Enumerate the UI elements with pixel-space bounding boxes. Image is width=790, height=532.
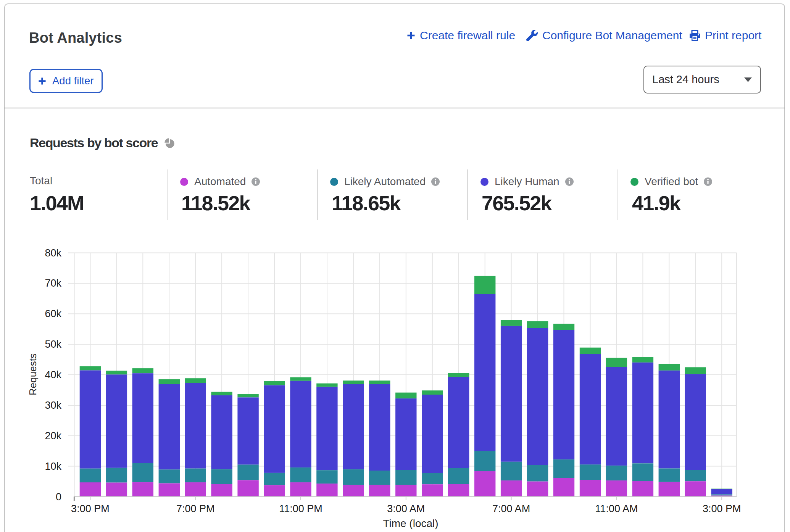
- svg-text:40k: 40k: [45, 369, 61, 380]
- svg-text:3:00 PM: 3:00 PM: [703, 503, 741, 514]
- svg-text:3:00 AM: 3:00 AM: [387, 503, 425, 514]
- svg-text:Requests: Requests: [27, 353, 39, 395]
- svg-text:20k: 20k: [45, 430, 61, 442]
- svg-text:30k: 30k: [45, 400, 61, 411]
- svg-text:7:00 AM: 7:00 AM: [492, 503, 530, 514]
- svg-text:11:00 AM: 11:00 AM: [595, 503, 638, 514]
- svg-text:11:00 PM: 11:00 PM: [279, 503, 322, 514]
- svg-text:3:00 PM: 3:00 PM: [71, 503, 110, 514]
- svg-text:70k: 70k: [45, 277, 61, 289]
- svg-text:7:00 PM: 7:00 PM: [176, 503, 215, 514]
- svg-text:80k: 80k: [45, 247, 61, 259]
- svg-text:Time (local): Time (local): [383, 517, 438, 529]
- svg-text:10k: 10k: [45, 461, 61, 472]
- svg-text:50k: 50k: [45, 339, 61, 350]
- svg-text:60k: 60k: [45, 308, 61, 319]
- svg-text:0: 0: [56, 491, 61, 503]
